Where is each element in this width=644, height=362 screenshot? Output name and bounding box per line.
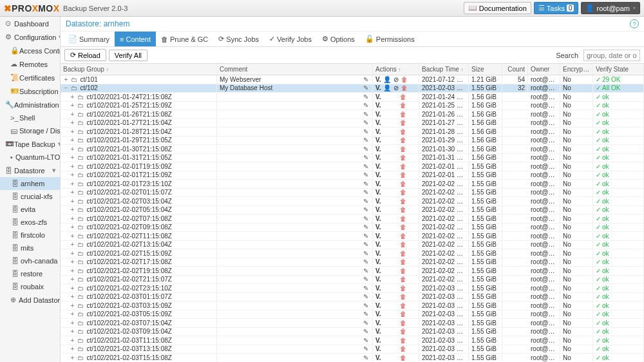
grid-body[interactable]: + 🗀 ct/101My Webserver✎V. 👤 ⊘ 🗑2021-07-1… xyxy=(61,75,644,362)
edit-icon[interactable]: ✎ xyxy=(363,276,368,283)
edit-icon[interactable]: ✎ xyxy=(363,258,368,265)
edit-icon[interactable]: ✎ xyxy=(363,146,368,153)
tab-content[interactable]: ≡Content xyxy=(115,32,156,46)
col-count[interactable]: Count xyxy=(502,64,528,75)
trash-icon[interactable]: 🗑 xyxy=(400,224,406,231)
expand-toggle-icon[interactable]: + xyxy=(70,111,75,118)
expand-toggle-icon[interactable]: + xyxy=(70,319,75,327)
edit-icon[interactable]: ✎ xyxy=(363,111,368,118)
verify-icon[interactable]: V. xyxy=(375,267,381,274)
verify-icon[interactable]: V. xyxy=(375,224,381,231)
sidebar-item-arnhem[interactable]: 🗄arnhem xyxy=(0,177,60,190)
trash-icon[interactable]: 🗑 xyxy=(401,84,408,91)
expand-toggle-icon[interactable]: + xyxy=(70,276,75,283)
edit-icon[interactable]: ✎ xyxy=(363,267,368,274)
snapshot-row[interactable]: + 🗀 ct/102/2021-02-02T21:15:07Z✎V. 👤 ⊘ 🗑… xyxy=(61,276,644,285)
verify-icon[interactable]: V. xyxy=(375,310,381,318)
sidebar-item-administration[interactable]: 🔧Administration▾ xyxy=(0,98,60,111)
tab-options[interactable]: ⚙Options xyxy=(317,32,360,46)
expand-toggle-icon[interactable]: + xyxy=(70,267,75,274)
expand-toggle-icon[interactable]: + xyxy=(70,146,75,153)
expand-toggle-icon[interactable]: + xyxy=(70,354,75,361)
reload-button[interactable]: ⟳Reload xyxy=(64,49,106,61)
expand-toggle-icon[interactable]: + xyxy=(70,163,75,170)
expand-toggle-icon[interactable]: + xyxy=(70,189,75,196)
expand-toggle-icon[interactable]: + xyxy=(70,345,75,352)
snapshot-row[interactable]: + 🗀 ct/102/2021-01-30T21:15:08Z✎V. 👤 ⊘ 🗑… xyxy=(61,145,644,154)
snapshot-row[interactable]: + 🗀 ct/102/2021-01-29T21:15:05Z✎V. 👤 ⊘ 🗑… xyxy=(61,137,644,146)
verify-icon[interactable]: V. xyxy=(375,189,381,196)
verify-icon[interactable]: V. xyxy=(375,93,381,100)
verify-icon[interactable]: V. xyxy=(375,285,381,292)
trash-icon[interactable]: 🗑 xyxy=(400,345,406,352)
verify-icon[interactable]: V. xyxy=(375,233,381,240)
trash-icon[interactable]: 🗑 xyxy=(400,285,406,292)
expand-toggle-icon[interactable]: − xyxy=(63,84,69,91)
snapshot-row[interactable]: + 🗀 ct/102/2021-02-03T03:15:09Z✎V. 👤 ⊘ 🗑… xyxy=(61,301,644,310)
trash-icon[interactable]: 🗑 xyxy=(400,128,406,135)
edit-icon[interactable]: ✎ xyxy=(363,215,368,222)
edit-icon[interactable]: ✎ xyxy=(363,198,368,205)
edit-icon[interactable]: ✎ xyxy=(363,102,368,109)
col-verify-state[interactable]: Verify State xyxy=(593,64,644,75)
verify-icon[interactable]: V. xyxy=(375,102,381,109)
sidebar-item-certificates[interactable]: 📜Certificates xyxy=(0,71,60,84)
verify-icon[interactable]: V. xyxy=(375,206,381,213)
snapshot-row[interactable]: + 🗀 ct/102/2021-02-03T07:15:04Z✎V. 👤 ⊘ 🗑… xyxy=(61,319,644,328)
edit-icon[interactable]: ✎ xyxy=(363,354,368,361)
verify-icon[interactable]: V. xyxy=(375,258,381,265)
verify-icon[interactable]: V. xyxy=(375,137,381,144)
expand-toggle-icon[interactable]: + xyxy=(70,302,75,309)
sidebar-item-crucial-xfs[interactable]: 🗄crucial-xfs xyxy=(0,190,60,203)
edit-icon[interactable]: ✎ xyxy=(363,206,368,213)
sidebar-item-roubaix[interactable]: 🗄roubaix xyxy=(0,280,60,293)
verify-icon[interactable]: V. xyxy=(375,119,381,126)
trash-icon[interactable]: 🗑 xyxy=(400,293,406,300)
snapshot-row[interactable]: + 🗀 ct/102/2021-02-03T09:15:04Z✎V. 👤 ⊘ 🗑… xyxy=(61,328,644,337)
snapshot-row[interactable]: + 🗀 ct/102/2021-02-03T13:15:08Z✎V. 👤 ⊘ 🗑… xyxy=(61,345,644,354)
sidebar-item-quantum-lto8[interactable]: ▪Quantum-LTO8 xyxy=(0,151,60,164)
tab-permissions[interactable]: 🔓Permissions xyxy=(360,32,420,46)
expand-toggle-icon[interactable]: + xyxy=(70,241,75,248)
sidebar-item-add-datastore[interactable]: ⊕Add Datastore xyxy=(0,293,60,307)
verify-icon[interactable]: V. xyxy=(375,111,381,118)
expand-toggle-icon[interactable]: + xyxy=(70,224,75,231)
sidebar-item-storage-disks[interactable]: 🖴Storage / Disks xyxy=(0,124,60,137)
edit-icon[interactable]: ✎ xyxy=(363,233,368,240)
edit-icon[interactable]: ✎ xyxy=(363,285,368,292)
snapshot-row[interactable]: + 🗀 ct/102/2021-02-03T11:15:08Z✎V. 👤 ⊘ 🗑… xyxy=(61,336,644,345)
permissions-icon[interactable]: ⊘ xyxy=(393,76,399,83)
verify-icon[interactable]: V. xyxy=(375,354,381,361)
col-backup-time[interactable]: Backup Time ↑ xyxy=(419,64,469,75)
trash-icon[interactable]: 🗑 xyxy=(400,93,406,100)
snapshot-row[interactable]: + 🗀 ct/102/2021-01-27T21:15:04Z✎V. 👤 ⊘ 🗑… xyxy=(61,119,644,128)
search-input[interactable] xyxy=(583,50,640,61)
backup-group-row[interactable]: − 🗀 ct/102My Database Host✎V. 👤 ⊘ 🗑2021-… xyxy=(61,84,644,93)
snapshot-row[interactable]: + 🗀 ct/102/2021-02-03T01:15:07Z✎V. 👤 ⊘ 🗑… xyxy=(61,293,644,302)
verify-icon[interactable]: V. xyxy=(375,276,381,283)
sidebar-item-ovh-canada[interactable]: 🗄ovh-canada xyxy=(0,254,60,267)
snapshot-row[interactable]: + 🗀 ct/102/2021-02-03T05:15:09Z✎V. 👤 ⊘ 🗑… xyxy=(61,310,644,319)
trash-icon[interactable]: 🗑 xyxy=(400,119,406,126)
snapshot-row[interactable]: + 🗀 ct/102/2021-01-31T21:15:05Z✎V. 👤 ⊘ 🗑… xyxy=(61,154,644,163)
trash-icon[interactable]: 🗑 xyxy=(400,189,406,196)
permissions-icon[interactable]: ⊘ xyxy=(393,84,399,91)
expand-toggle-icon[interactable]: + xyxy=(63,76,69,83)
edit-icon[interactable]: ✎ xyxy=(363,302,368,309)
col-encrypted[interactable]: Encrypted xyxy=(560,64,593,75)
snapshot-row[interactable]: + 🗀 ct/102/2021-02-02T11:15:08Z✎V. 👤 ⊘ 🗑… xyxy=(61,232,644,241)
edit-icon[interactable]: ✎ xyxy=(363,345,368,352)
snapshot-row[interactable]: + 🗀 ct/102/2021-01-28T21:15:04Z✎V. 👤 ⊘ 🗑… xyxy=(61,128,644,137)
sidebar-item-tape-backup[interactable]: 📼Tape Backup▾ xyxy=(0,137,60,151)
verify-icon[interactable]: V. xyxy=(375,302,381,309)
edit-icon[interactable]: ✎ xyxy=(363,76,368,83)
verify-icon[interactable]: V. xyxy=(375,171,381,178)
user-menu-button[interactable]: 👤root@pam xyxy=(581,2,640,14)
verify-icon[interactable]: V. xyxy=(375,76,381,83)
snapshot-row[interactable]: + 🗀 ct/102/2021-02-02T19:15:08Z✎V. 👤 ⊘ 🗑… xyxy=(61,267,644,276)
snapshot-row[interactable]: + 🗀 ct/102/2021-02-01T19:15:09Z✎V. 👤 ⊘ 🗑… xyxy=(61,162,644,171)
snapshot-row[interactable]: + 🗀 ct/102/2021-02-02T01:15:07Z✎V. 👤 ⊘ 🗑… xyxy=(61,189,644,198)
trash-icon[interactable]: 🗑 xyxy=(400,102,406,109)
sidebar-item-exos-zfs[interactable]: 🗄exos-zfs xyxy=(0,216,60,229)
snapshot-row[interactable]: + 🗀 ct/102/2021-01-26T21:15:08Z✎V. 👤 ⊘ 🗑… xyxy=(61,110,644,119)
